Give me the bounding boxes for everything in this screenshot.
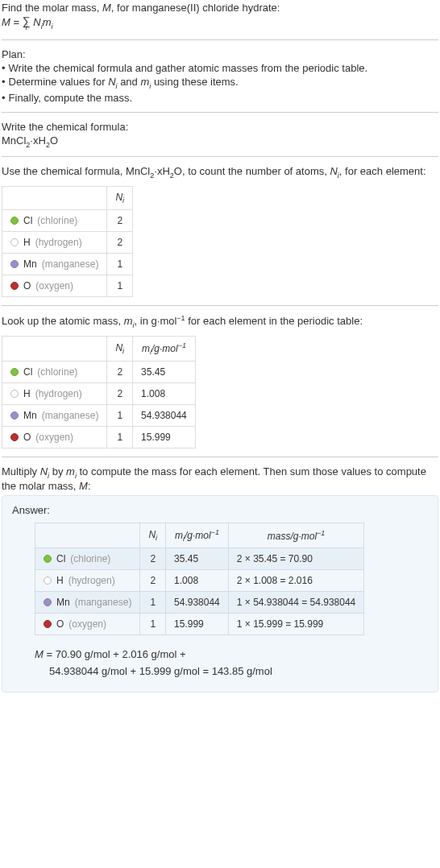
multiply-section: Multiply Ni by mi to compute the mass fo… [2,465,438,692]
element-name: (manganese) [42,258,99,270]
plan-text-2: Determine values for Ni and mi using the… [9,76,438,90]
element-name: (chlorine) [70,553,110,564]
mass-header: mass/g·mol−1 [228,523,363,548]
plan-title: Plan: [2,48,438,60]
table-row: Cl (chlorine)235.452 × 35.45 = 70.90 [35,548,364,570]
eq-m-sub: i [52,23,53,31]
N-value: 1 [107,405,133,427]
element-symbol: O [23,432,31,443]
N-value: 2 [107,210,133,232]
mi-header: mi/g·mol−1 [166,523,229,548]
bullet-icon: • [2,92,6,104]
element-symbol: Cl [23,366,32,378]
write-formula-title: Write the chemical formula: [2,121,438,133]
table-row: Cl (chlorine)2 [2,210,133,232]
m-value: 35.45 [133,362,196,383]
empty-header [35,523,140,548]
N-value: 2 [107,383,133,405]
Ni-header: Ni [107,337,133,362]
element-name: (hydrogen) [35,237,82,248]
m-value: 1.008 [166,570,229,592]
element-color-icon [10,433,19,441]
element-symbol: Mn [23,258,37,270]
answer-box: Answer: Ni mi/g·mol−1 mass/g·mol−1 Cl (c… [2,495,438,692]
N-value: 2 [140,548,166,570]
divider [2,39,438,40]
element-color-icon [44,620,52,628]
element-cell: O (oxygen) [2,427,107,448]
element-symbol: H [56,575,64,586]
count-atoms-section: Use the chemical formula, MnCl2·xH2O, to… [2,165,438,297]
atom-count-table: Ni Cl (chlorine)2H (hydrogen)2Mn (mangan… [2,186,133,297]
empty-header [2,337,107,362]
eq-M: M [2,16,10,28]
m-value: 15.999 [133,427,196,448]
N-value: 2 [107,362,133,383]
mi-header: mi/g·mol−1 [133,337,196,362]
plan-item: • Finally, compute the mass. [2,92,438,104]
mass-expr: 2 × 1.008 = 2.016 [228,570,363,592]
multiply-text: Multiply Ni by mi to compute the mass fo… [2,465,438,492]
intro-M: M [102,2,111,14]
answer-title: Answer: [12,504,428,516]
table-row: Mn (manganese)154.938044 [2,405,196,427]
write-formula-section: Write the chemical formula: MnCl2·xH2O [2,121,438,149]
m-value: 54.938044 [166,592,229,614]
N-value: 1 [107,275,133,297]
mass-expr: 1 × 15.999 = 15.999 [228,614,363,635]
element-symbol: Cl [23,215,32,226]
bullet-icon: • [2,62,6,74]
element-color-icon [10,368,19,376]
sigma-icon: ∑i [23,15,31,31]
table-row: H (hydrogen)21.008 [2,383,196,405]
intro-pre: Find the molar mass, [2,2,102,14]
element-name: (hydrogen) [35,388,82,399]
table-row: O (oxygen)115.999 [2,427,196,448]
N-value: 2 [107,232,133,254]
element-name: (chlorine) [37,366,77,378]
eq-N: N [33,16,40,28]
element-symbol: O [56,618,64,630]
N-value: 2 [140,570,166,592]
table-row: Mn (manganese)1 [2,254,133,275]
table-row: H (hydrogen)2 [2,232,133,254]
element-name: (manganese) [75,597,132,608]
m-value: 35.45 [166,548,229,570]
element-color-icon [10,390,19,398]
count-atoms-text: Use the chemical formula, MnCl2·xH2O, to… [2,165,438,180]
answer-table: Ni mi/g·mol−1 mass/g·mol−1 Cl (chlorine)… [35,523,364,635]
divider [2,305,438,306]
N-value: 1 [107,427,133,448]
empty-header [2,186,107,209]
element-name: (oxygen) [68,618,106,630]
final-line2: 54.938044 g/mol + 15.999 g/mol = 143.85 … [35,663,428,680]
element-symbol: H [23,388,31,399]
element-cell: H (hydrogen) [2,383,107,405]
element-cell: O (oxygen) [35,614,140,635]
m-value: 54.938044 [133,405,196,427]
element-cell: Mn (manganese) [35,592,140,614]
eq-equals: = [10,16,23,28]
element-name: (manganese) [42,410,99,421]
N-value: 1 [140,614,166,635]
element-symbol: Mn [23,410,37,421]
table-row: O (oxygen)1 [2,275,133,297]
element-color-icon [44,555,52,563]
divider [2,457,438,457]
divider [2,156,438,157]
answer-content: Ni mi/g·mol−1 mass/g·mol−1 Cl (chlorine)… [12,523,428,680]
element-cell: H (hydrogen) [35,570,140,592]
element-symbol: Mn [56,597,70,608]
N-value: 1 [140,592,166,614]
element-color-icon [44,598,52,606]
element-symbol: H [23,237,31,248]
chemical-formula: MnCl2·xH2O [2,134,438,149]
element-name: (oxygen) [35,280,73,291]
molar-mass-equation: M = ∑i Nimi [2,15,438,31]
element-cell: Mn (manganese) [2,254,107,275]
element-cell: H (hydrogen) [2,232,107,254]
plan-item: • Write the chemical formula and gather … [2,62,438,74]
m-value: 15.999 [166,614,229,635]
Ni-header: Ni [140,523,166,548]
table-row: O (oxygen)115.9991 × 15.999 = 15.999 [35,614,364,635]
